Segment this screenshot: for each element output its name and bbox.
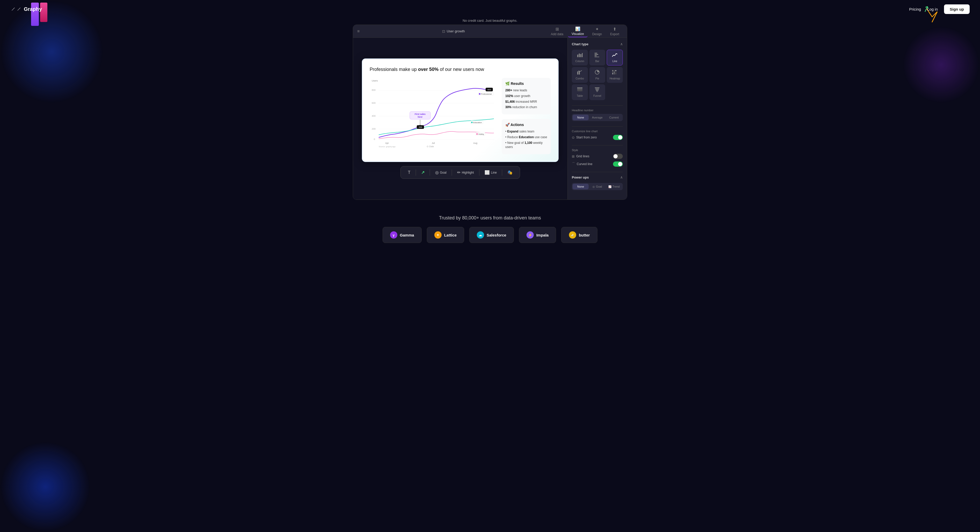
line-icon: ⬜ xyxy=(485,170,490,175)
toolbar-text[interactable]: T xyxy=(405,169,414,176)
chart-type-combo[interactable]: Combo xyxy=(572,67,588,83)
signup-button[interactable]: Sign up xyxy=(944,5,970,14)
chart-type-pie[interactable]: Pie xyxy=(589,67,605,83)
app-topbar-center: ⊡ User growth xyxy=(442,29,465,33)
divider-2 xyxy=(572,126,623,127)
nav-pricing[interactable]: Pricing xyxy=(909,7,921,11)
svg-rect-44 xyxy=(612,70,613,71)
hamburger-icon[interactable]: ≡ xyxy=(357,29,360,33)
powerup-goal[interactable]: ◎ Goal xyxy=(589,184,605,189)
logo-text: Graphy xyxy=(24,6,42,12)
pie-label: Pie xyxy=(595,77,599,80)
powerup-none[interactable]: None xyxy=(573,184,589,189)
toolbar-divider-5 xyxy=(502,170,502,176)
pill-none[interactable]: None xyxy=(573,114,589,120)
toolbar-help[interactable]: 🎭 xyxy=(504,168,515,176)
app-topbar-left: ≡ xyxy=(357,29,360,33)
chart-svg: Users 800 600 400 200 0 xyxy=(370,78,496,148)
arrow-icon: ↗ xyxy=(421,170,425,175)
nav-login[interactable]: Log in xyxy=(927,7,938,11)
toolbar-arrow[interactable]: ↗ xyxy=(418,168,428,176)
powerups-pill-group: None ◎ Goal 📈 Trend xyxy=(572,183,623,190)
chart-results-panel: 🌿 Results 280+ new leads 102% user growt… xyxy=(502,78,551,154)
tab-visualize[interactable]: 📊 Visualize xyxy=(568,25,588,37)
chart-title-highlight: over 50% xyxy=(418,67,439,72)
pill-average[interactable]: Average xyxy=(589,114,605,120)
toolbar-goal[interactable]: ◎ Goal xyxy=(432,168,450,176)
tab-add-data[interactable]: ⊞ Add data xyxy=(547,25,567,37)
svg-rect-36 xyxy=(582,53,583,57)
navbar-logo-area: ⟋⟋ Graphy xyxy=(10,6,42,13)
toolbar-highlight[interactable]: ✏ Highlight xyxy=(454,168,477,176)
chart-type-table[interactable]: Table xyxy=(572,84,588,100)
svg-rect-46 xyxy=(615,70,616,71)
toggle-knob-grid xyxy=(614,154,617,158)
chart-name: User growth xyxy=(447,29,465,33)
svg-text:First sales: First sales xyxy=(415,113,426,115)
logo-lattice: ✦ Lattice xyxy=(427,227,464,243)
svg-rect-50 xyxy=(612,73,613,74)
chart-type-heatmap[interactable]: Heatmap xyxy=(607,67,623,83)
text-icon: T xyxy=(408,170,410,175)
actions-section: 🚀 Actions • Expand sales team • Reduce E… xyxy=(502,119,551,154)
chart-type-grid: Column Bar xyxy=(572,50,623,100)
highlight-icon: ✏ xyxy=(457,170,460,175)
sidebar-customize-section: Customize line chart ⊙ Start from zero xyxy=(572,130,623,140)
chart-type-bar[interactable]: Bar xyxy=(589,50,605,65)
funnel-icon xyxy=(594,87,600,93)
toolbar-line-label: Line xyxy=(491,171,497,175)
chart-type-column[interactable]: Column xyxy=(572,50,588,65)
chart-type-funnel[interactable]: Funnel xyxy=(589,84,605,100)
start-from-zero-toggle[interactable] xyxy=(613,135,623,140)
action-item-3: • New goal of 1,100 weekly users xyxy=(505,141,547,149)
curve-icon: ⌒ xyxy=(572,162,575,167)
svg-rect-59 xyxy=(595,89,599,89)
svg-rect-34 xyxy=(579,54,580,57)
tab-visualize-label: Visualize xyxy=(571,32,584,36)
powerup-trend[interactable]: 📈 Trend xyxy=(606,184,622,189)
svg-rect-53 xyxy=(577,87,582,89)
svg-rect-55 xyxy=(577,90,582,91)
grid-lines-toggle[interactable] xyxy=(613,154,623,159)
tab-export[interactable]: ⬆ Export xyxy=(606,25,623,37)
tab-design[interactable]: ✦ Design xyxy=(589,25,605,37)
app-window: ≡ ⊡ User growth ⊞ Add data 📊 Visualize ✦… xyxy=(353,25,627,200)
toolbar-line[interactable]: ⬜ Line xyxy=(482,168,500,176)
toolbar-container: T ↗ ◎ Goal ✏ xyxy=(401,166,520,179)
sidebar-style-section: Style ⊞ Grid lines ⌒ Curved lin xyxy=(572,149,623,167)
table-label: Table xyxy=(577,94,583,97)
grid-lines-text: Grid lines xyxy=(576,154,589,158)
curved-line-toggle[interactable] xyxy=(613,162,623,167)
curved-line-label: ⌒ Curved line xyxy=(572,162,592,167)
svg-text:Aug: Aug xyxy=(473,142,477,145)
app-content: Professionals make up over 50% of our ne… xyxy=(353,38,627,200)
pill-current[interactable]: Current xyxy=(606,114,622,120)
bar-chart-icon xyxy=(594,52,600,59)
tab-add-data-label: Add data xyxy=(551,32,563,36)
chevron-up-powerups: ∧ xyxy=(620,175,623,179)
svg-text:⊙ Date: ⊙ Date xyxy=(426,145,434,148)
gamma-logo-circle: γ xyxy=(390,231,397,238)
logo-impala: ⚡ Impala xyxy=(519,227,556,243)
svg-point-23 xyxy=(471,122,473,123)
table-icon xyxy=(577,87,583,93)
combo-chart-icon xyxy=(577,70,583,76)
help-icon: 🎭 xyxy=(508,170,512,175)
svg-rect-35 xyxy=(580,54,581,57)
logo-icon: ⟋⟋ xyxy=(10,6,22,13)
start-from-zero-label: ⊙ Start from zero xyxy=(572,136,597,140)
sidebar-chart-type-section: Chart type ∧ Column xyxy=(572,42,623,100)
heatmap-icon xyxy=(612,70,617,76)
svg-rect-38 xyxy=(595,54,598,55)
divider-1 xyxy=(572,105,623,106)
chart-type-line[interactable]: Line xyxy=(607,50,623,65)
sidebar-headline-section: Headline number None Average Current xyxy=(572,109,623,121)
actions-title: 🚀 Actions xyxy=(505,123,547,127)
svg-rect-40 xyxy=(595,57,599,57)
svg-text:800: 800 xyxy=(487,89,491,91)
salesforce-name: Salesforce xyxy=(487,233,506,237)
sidebar-powerups-section: Power ups ∧ None ◎ Goal 📈 Trend xyxy=(572,175,623,190)
toggle-knob xyxy=(618,135,622,140)
gamma-name: Gamma xyxy=(400,233,414,237)
sidebar: Chart type ∧ Column xyxy=(567,38,627,200)
